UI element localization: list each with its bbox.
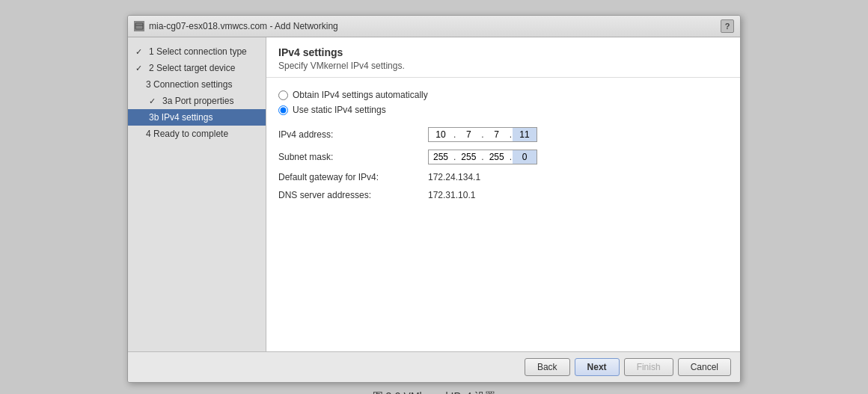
titlebar-left: mia-cg07-esx018.vmwcs.com - Add Networki…	[134, 21, 338, 31]
sidebar-item-step3b[interactable]: 3b IPv4 settings	[128, 109, 266, 126]
content-header: IPv4 settings Specify VMkernel IPv4 sett…	[266, 37, 740, 78]
ip-seg1[interactable]	[429, 128, 453, 141]
radio-auto[interactable]	[278, 90, 288, 100]
sidebar-item-step4-label: 4 Ready to complete	[146, 129, 228, 139]
subnet-seg4[interactable]	[513, 150, 537, 164]
sidebar-item-step1-label: 1 Select connection type	[149, 46, 247, 57]
window-title: mia-cg07-esx018.vmwcs.com - Add Networki…	[149, 21, 338, 31]
ip-seg2[interactable]	[456, 128, 480, 141]
dialog-footer: Back Next Finish Cancel	[128, 351, 740, 382]
content-body: Obtain IPv4 settings automatically Use s…	[266, 78, 740, 351]
form-row-ipv4: IPv4 address: . . .	[278, 127, 728, 142]
radio-group: Obtain IPv4 settings automatically Use s…	[278, 90, 728, 115]
input-subnet[interactable]: . . .	[428, 150, 537, 164]
radio-auto-item: Obtain IPv4 settings automatically	[278, 90, 728, 100]
sidebar: 1 Select connection type 2 Select target…	[128, 37, 266, 351]
radio-static[interactable]	[278, 105, 288, 115]
content-area: IPv4 settings Specify VMkernel IPv4 sett…	[266, 37, 740, 351]
caption: 图 3-9 VMkernel IPv4 设置	[60, 390, 808, 394]
label-subnet: Subnet mask:	[278, 152, 428, 162]
dialog-titlebar: mia-cg07-esx018.vmwcs.com - Add Networki…	[128, 16, 740, 37]
help-button[interactable]: ?	[721, 19, 734, 33]
dialog-window: mia-cg07-esx018.vmwcs.com - Add Networki…	[127, 15, 741, 383]
sidebar-item-step4[interactable]: 4 Ready to complete	[128, 126, 266, 142]
label-ipv4: IPv4 address:	[278, 129, 428, 140]
finish-button[interactable]: Finish	[624, 358, 673, 376]
label-dns: DNS server addresses:	[278, 190, 428, 200]
next-button[interactable]: Next	[575, 358, 620, 376]
sidebar-item-step1[interactable]: 1 Select connection type	[128, 43, 266, 60]
sidebar-item-step3a-label: 3a Port properties	[162, 96, 233, 106]
radio-auto-label[interactable]: Obtain IPv4 settings automatically	[293, 90, 428, 100]
sidebar-item-step3a[interactable]: 3a Port properties	[128, 93, 266, 109]
subnet-seg3[interactable]	[485, 150, 509, 164]
content-subtitle: Specify VMkernel IPv4 settings.	[278, 61, 728, 71]
cancel-button[interactable]: Cancel	[678, 358, 731, 376]
sidebar-item-step3-label: 3 Connection settings	[146, 79, 232, 90]
label-gateway: Default gateway for IPv4:	[278, 172, 428, 182]
input-ipv4[interactable]: . . .	[428, 127, 537, 142]
sidebar-item-step2-label: 2 Select target device	[149, 63, 235, 73]
radio-static-item: Use static IPv4 settings	[278, 105, 728, 115]
window-icon	[134, 21, 144, 31]
form-row-subnet: Subnet mask: . . .	[278, 150, 728, 164]
content-title: IPv4 settings	[278, 46, 728, 58]
form-row-dns: DNS server addresses: 172.31.10.1	[278, 190, 728, 200]
ip-seg3[interactable]	[485, 128, 509, 141]
ip-seg4[interactable]	[513, 128, 537, 141]
form-table: IPv4 address: . . .	[278, 127, 728, 200]
sidebar-item-step3b-label: 3b IPv4 settings	[149, 112, 213, 123]
value-gateway: 172.24.134.1	[428, 172, 480, 182]
back-button[interactable]: Back	[525, 358, 570, 376]
screenshot-container: mia-cg07-esx018.vmwcs.com - Add Networki…	[60, 15, 808, 394]
subnet-seg2[interactable]	[456, 150, 480, 164]
dialog-body: 1 Select connection type 2 Select target…	[128, 37, 740, 351]
sidebar-item-step2[interactable]: 2 Select target device	[128, 60, 266, 76]
svg-rect-0	[135, 23, 143, 29]
form-row-gateway: Default gateway for IPv4: 172.24.134.1	[278, 172, 728, 182]
radio-static-label[interactable]: Use static IPv4 settings	[293, 105, 386, 115]
subnet-seg1[interactable]	[429, 150, 453, 164]
value-dns: 172.31.10.1	[428, 190, 475, 200]
sidebar-item-step3[interactable]: 3 Connection settings	[128, 76, 266, 93]
